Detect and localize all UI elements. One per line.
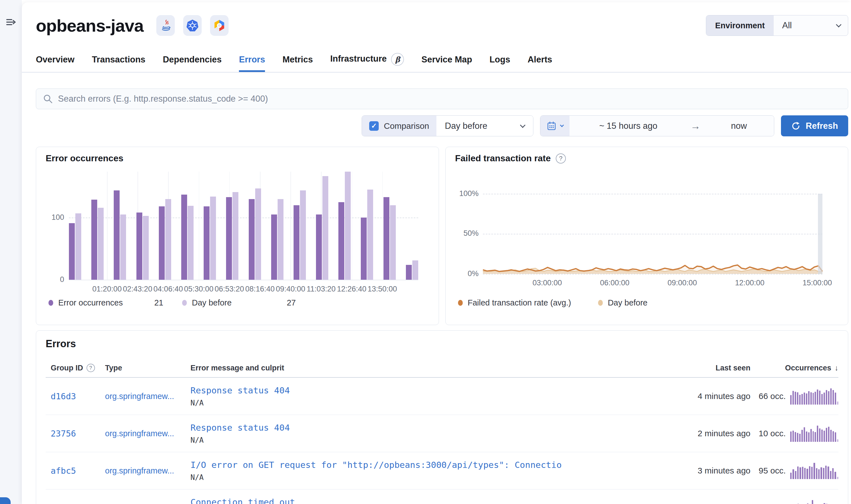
bar-day-before bbox=[255, 188, 261, 280]
bar-pair[interactable] bbox=[159, 199, 171, 280]
occurrences-count: 66 occ. bbox=[759, 392, 786, 401]
bar-pair[interactable] bbox=[91, 200, 104, 280]
failed-transaction-rate-panel: Failed transaction rate ? 100% 50% 0% 03… bbox=[445, 147, 849, 325]
comparison-checkbox[interactable]: ✓ Comparison bbox=[362, 115, 437, 136]
error-message-link[interactable]: Response status 404 bbox=[191, 385, 658, 395]
group-id-link[interactable]: b2d86 bbox=[51, 503, 76, 504]
legend-item[interactable]: Failed transaction rate (avg.) bbox=[458, 298, 571, 307]
spark-bar bbox=[823, 468, 825, 479]
java-icon bbox=[156, 15, 175, 36]
error-culprit: N/A bbox=[191, 436, 658, 444]
bar-current bbox=[338, 202, 344, 280]
expand-menu-icon[interactable] bbox=[4, 16, 18, 29]
error-search-bar[interactable] bbox=[36, 89, 848, 109]
spark-bar bbox=[834, 472, 836, 479]
chevron-down-icon bbox=[560, 123, 564, 127]
spark-bar bbox=[806, 431, 807, 442]
tab-alerts[interactable]: Alerts bbox=[528, 55, 552, 72]
column-occurrences[interactable]: Occurrences ↓ bbox=[750, 364, 838, 373]
bar-pair[interactable] bbox=[384, 197, 396, 280]
legend-item[interactable]: Day before bbox=[598, 298, 648, 307]
legend-label: Day before bbox=[608, 298, 648, 307]
gridline-horizontal bbox=[483, 234, 822, 234]
arrow-right-icon: → bbox=[687, 115, 704, 136]
bar-pair[interactable] bbox=[338, 172, 351, 280]
spark-bar bbox=[833, 390, 834, 404]
x-tick-label: 09:40:00 bbox=[276, 285, 305, 293]
failed-transaction-rate-title: Failed transaction rate ? bbox=[455, 153, 566, 163]
bar-pair[interactable] bbox=[316, 176, 328, 280]
error-type-link[interactable]: org.springframew... bbox=[105, 392, 174, 401]
spark-bar bbox=[790, 395, 792, 404]
x-tick-label: 05:30:00 bbox=[184, 285, 213, 293]
help-icon[interactable]: ? bbox=[556, 154, 566, 163]
legend-value: 27 bbox=[287, 298, 296, 307]
x-tick-label: 08:16:40 bbox=[245, 285, 274, 293]
bar-pair[interactable] bbox=[226, 192, 238, 280]
error-type-link[interactable]: org.springframew... bbox=[105, 429, 174, 438]
bar-pair[interactable] bbox=[271, 199, 283, 280]
spark-bar bbox=[815, 432, 816, 442]
time-range-end[interactable]: now bbox=[704, 115, 774, 136]
tab-metrics[interactable]: Metrics bbox=[282, 55, 313, 72]
tab-transactions[interactable]: Transactions bbox=[92, 55, 145, 72]
bar-pair[interactable] bbox=[294, 191, 306, 280]
spark-bar bbox=[795, 432, 796, 442]
spark-bar bbox=[808, 432, 810, 442]
environment-select[interactable]: Environment All bbox=[706, 15, 848, 36]
date-picker: ~ 15 hours ago → now bbox=[540, 115, 774, 137]
spark-bar bbox=[819, 428, 820, 442]
error-message-link[interactable]: Response status 404 bbox=[191, 422, 658, 433]
help-icon[interactable]: ? bbox=[87, 364, 95, 372]
bar-pair[interactable] bbox=[137, 213, 149, 280]
environment-value[interactable]: All bbox=[774, 15, 848, 36]
group-id-link[interactable]: afbc5 bbox=[51, 466, 76, 476]
legend-item[interactable]: Day before27 bbox=[182, 298, 296, 307]
bar-pair[interactable] bbox=[406, 260, 418, 280]
search-input[interactable] bbox=[58, 94, 841, 104]
spark-bar bbox=[806, 393, 807, 404]
tab-logs[interactable]: Logs bbox=[489, 55, 510, 72]
tab-infrastructure[interactable]: Infrastructureβ bbox=[330, 53, 404, 72]
tab-dependencies[interactable]: Dependencies bbox=[163, 55, 221, 72]
environment-label: Environment bbox=[706, 15, 774, 36]
bar-pair[interactable] bbox=[181, 195, 194, 280]
time-range-start[interactable]: ~ 15 hours ago bbox=[569, 115, 687, 136]
bar-day-before bbox=[300, 191, 306, 280]
spark-bar bbox=[790, 473, 792, 479]
bar-pair[interactable] bbox=[114, 191, 126, 280]
bar-pair[interactable] bbox=[69, 213, 81, 280]
calendar-menu-button[interactable] bbox=[540, 115, 569, 136]
error-occurrences-chart[interactable] bbox=[69, 172, 418, 280]
comparison-select[interactable]: Day before bbox=[437, 115, 533, 136]
tab-errors[interactable]: Errors bbox=[239, 55, 265, 72]
table-row: afbc5org.springframew...I/O error on GET… bbox=[46, 452, 838, 489]
checkbox-checked-icon[interactable]: ✓ bbox=[369, 121, 379, 131]
bar-current bbox=[181, 195, 187, 280]
bar-current bbox=[226, 197, 232, 280]
tab-label: Errors bbox=[239, 55, 265, 65]
bar-pair[interactable] bbox=[361, 190, 373, 280]
y-tick-0: 0 bbox=[47, 275, 64, 284]
legend-dot bbox=[49, 300, 53, 306]
failed-transaction-rate-chart[interactable] bbox=[483, 194, 822, 274]
refresh-button[interactable]: Refresh bbox=[781, 115, 848, 137]
tab-service-map[interactable]: Service Map bbox=[421, 55, 472, 72]
spark-bar bbox=[817, 390, 818, 404]
error-message-link[interactable]: I/O error on GET request for "http://opb… bbox=[191, 460, 658, 470]
group-id-link[interactable]: 23756 bbox=[51, 429, 76, 438]
bar-current bbox=[316, 215, 322, 280]
legend-item[interactable]: Error occurrences21 bbox=[49, 298, 163, 307]
error-message-link[interactable]: Connection timed out bbox=[191, 497, 658, 504]
spark-bar bbox=[823, 393, 825, 404]
service-icon-badges bbox=[156, 15, 229, 36]
bar-pair[interactable] bbox=[249, 188, 261, 280]
group-id-link[interactable]: d16d3 bbox=[51, 392, 76, 401]
bar-day-before bbox=[367, 190, 373, 280]
spark-bar bbox=[823, 431, 825, 442]
occurrences-sparkline bbox=[790, 388, 838, 404]
bar-pair[interactable] bbox=[203, 197, 216, 280]
y-tick-100pct: 100% bbox=[451, 189, 479, 198]
tab-overview[interactable]: Overview bbox=[36, 55, 74, 72]
error-type-link[interactable]: org.springframew... bbox=[105, 466, 174, 475]
